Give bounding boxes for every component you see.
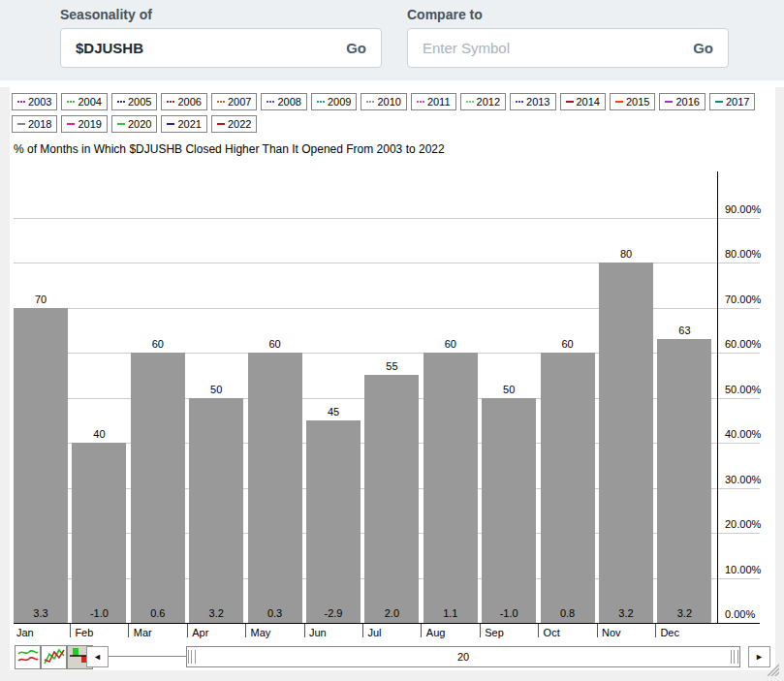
month-separator-tick	[362, 624, 363, 637]
bar-avg-change-label: 3.2	[657, 607, 711, 619]
bar-avg-change-label: 3.3	[14, 607, 68, 619]
seasonality-of-label: Seasonality of	[60, 7, 382, 22]
y-axis-tick-label: 90.00%	[725, 203, 761, 215]
bar-value-label: 45	[306, 406, 361, 418]
y-axis-tick-label: 40.00%	[725, 428, 761, 440]
scrollbar-thumb[interactable]: 20	[186, 646, 740, 667]
month-bar	[482, 398, 536, 624]
scroll-left-button[interactable]: ◄	[86, 646, 109, 667]
month-bar	[364, 375, 419, 623]
compare-go-button[interactable]: Go	[678, 40, 728, 56]
y-axis-tick-label: 50.00%	[725, 384, 761, 395]
gridline	[14, 218, 760, 219]
bar-avg-change-label: 3.2	[189, 607, 243, 619]
thumb-left-grip-icon[interactable]	[188, 650, 196, 664]
month-separator-tick	[597, 624, 598, 637]
bar-value-label: 55	[364, 360, 419, 372]
compare-symbol-input[interactable]	[408, 40, 678, 56]
scrollbar-value: 20	[457, 651, 469, 663]
x-axis-month-label: May	[251, 627, 271, 638]
bar-value-label: 60	[541, 338, 595, 350]
bar-value-label: 50	[482, 384, 536, 395]
month-bar	[306, 420, 361, 623]
symbol-entry-panel: Seasonality of Go Compare to Go	[0, 0, 784, 80]
bar-avg-change-label: 3.2	[599, 607, 653, 619]
bar-avg-change-label: 0.6	[131, 607, 185, 619]
bar-value-label: 60	[131, 338, 185, 350]
x-axis-month-label: Apr	[192, 627, 208, 638]
smooth-line-chart-button[interactable]	[15, 645, 41, 669]
x-axis-month-label: Feb	[75, 627, 93, 638]
thumb-right-grip-icon[interactable]	[731, 650, 738, 664]
bar-avg-change-label: 0.3	[248, 607, 302, 619]
y-axis-tick-label: 80.00%	[725, 248, 761, 260]
line-chart-button[interactable]	[41, 645, 67, 669]
resize-grip-icon[interactable]	[763, 662, 779, 680]
bar-value-label: 60	[423, 338, 478, 350]
month-separator-tick	[304, 624, 305, 637]
y-axis-tick-label: 30.00%	[725, 474, 761, 485]
bar-avg-change-label: -1.0	[72, 607, 126, 619]
right-arrow-icon: ►	[755, 652, 764, 662]
symbol-go-button[interactable]: Go	[331, 40, 381, 56]
x-axis-line	[14, 623, 760, 624]
month-bar	[657, 339, 711, 623]
smooth-line-chart-icon	[16, 646, 40, 668]
month-bar	[14, 308, 68, 624]
y-axis-tick-label: 60.00%	[725, 338, 761, 350]
symbol-input[interactable]	[61, 40, 331, 56]
month-bar	[72, 443, 126, 623]
y-axis-tick-label: 0.00%	[725, 608, 755, 620]
bar-value-label: 60	[248, 338, 302, 350]
month-separator-tick	[128, 624, 129, 637]
x-axis-month-label: Aug	[426, 627, 446, 638]
scrollbar-track[interactable]	[109, 656, 186, 657]
month-bar	[131, 353, 185, 623]
compare-to-label: Compare to	[407, 7, 729, 22]
page: Seasonality of Go Compare to Go 20032004…	[0, 0, 784, 681]
bar-avg-change-label: -1.0	[482, 607, 536, 619]
bar-avg-change-label: 1.1	[423, 607, 478, 619]
month-separator-tick	[538, 624, 539, 637]
bar-avg-change-label: 2.0	[364, 607, 419, 619]
x-axis-month-label: Dec	[660, 627, 679, 638]
x-axis-month-label: Mar	[134, 627, 152, 638]
month-separator-tick	[245, 624, 246, 637]
month-bar	[541, 353, 595, 623]
line-chart-icon	[43, 646, 66, 668]
x-axis-month-label: Oct	[544, 627, 560, 638]
bar-value-label: 70	[14, 294, 68, 305]
y-axis-tick-label: 70.00%	[725, 294, 761, 305]
bar-value-label: 50	[189, 384, 243, 395]
x-axis-month-label: Sep	[485, 627, 504, 638]
left-arrow-icon: ◄	[93, 652, 102, 662]
x-axis-month-label: Jun	[309, 627, 327, 638]
month-separator-tick	[421, 624, 422, 637]
seasonality-chart-widget: 2003200420052006200720082009201020112012…	[10, 87, 775, 670]
month-bar	[599, 263, 653, 623]
seasonality-field: Seasonality of Go	[60, 7, 382, 68]
month-bar	[248, 353, 302, 623]
y-axis-line	[717, 171, 718, 624]
month-separator-tick	[70, 624, 71, 637]
y-axis-tick-label: 20.00%	[725, 518, 761, 530]
symbol-input-box: Go	[60, 28, 382, 68]
month-bar	[189, 398, 243, 624]
month-bar	[423, 353, 478, 623]
bar-value-label: 40	[72, 428, 126, 440]
month-separator-tick	[187, 624, 188, 637]
x-axis-month-label: Jul	[367, 627, 381, 638]
panel-separator	[0, 80, 784, 87]
bar-value-label: 63	[657, 325, 711, 336]
y-axis-tick-label: 10.00%	[725, 564, 761, 575]
plot-area: 0.00%10.00%20.00%30.00%40.00%50.00%60.00…	[10, 87, 775, 670]
x-axis-month-label: Nov	[602, 627, 621, 638]
x-axis-month-label: Jan	[16, 627, 34, 638]
compare-input-box: Go	[407, 28, 729, 68]
month-separator-tick	[480, 624, 481, 637]
month-separator-tick	[655, 624, 656, 637]
bar-value-label: 80	[599, 248, 653, 260]
bar-avg-change-label: 0.8	[541, 607, 595, 619]
bar-avg-change-label: -2.9	[306, 607, 361, 619]
compare-field: Compare to Go	[407, 7, 729, 68]
